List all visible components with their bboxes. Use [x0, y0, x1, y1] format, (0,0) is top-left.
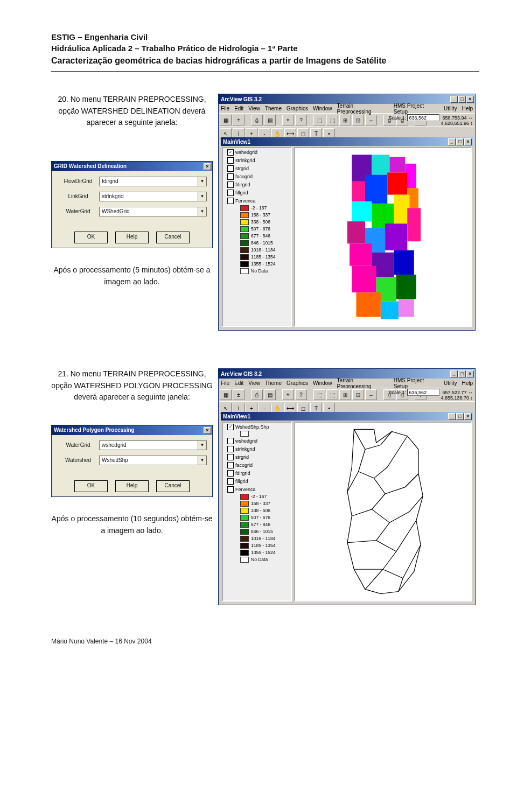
menu-view[interactable]: View — [248, 380, 260, 386]
menu-terrain-preprocessing[interactable]: Terrain Preprocessing — [337, 377, 389, 389]
toolbar-icon[interactable]: ⊞ — [339, 115, 351, 125]
checkbox-icon[interactable] — [227, 478, 234, 485]
chevron-down-icon[interactable]: ▼ — [198, 456, 206, 465]
checkbox-icon[interactable] — [227, 438, 234, 444]
menu-edit[interactable]: Edit — [234, 106, 243, 111]
toolbar-icon[interactable]: ± — [233, 389, 244, 400]
menu-window[interactable]: Window — [313, 106, 332, 111]
watergrid2-combo[interactable]: wshedgrid ▼ — [99, 440, 207, 450]
ok-button[interactable]: OK — [74, 480, 108, 492]
chevron-down-icon[interactable]: ▼ — [198, 441, 206, 450]
menu-edit[interactable]: Edit — [234, 380, 243, 386]
grid-watershed-dialog-title-text: GRID Watershed Delineation — [54, 162, 127, 171]
ok-button[interactable]: OK — [74, 232, 108, 243]
menu-utility[interactable]: Utility — [444, 106, 457, 111]
menu-hms-project-setup[interactable]: HMS Project Setup — [394, 103, 439, 115]
close-icon[interactable]: × — [464, 413, 472, 420]
minimize-icon[interactable]: _ — [448, 138, 456, 145]
cancel-button[interactable]: Cancel — [156, 232, 190, 243]
checkbox-icon[interactable] — [227, 173, 234, 180]
toolbar-icon[interactable]: ⊡ — [352, 115, 364, 125]
menu-file[interactable]: File — [221, 380, 229, 386]
toolbar-icon[interactable]: ⎙ — [251, 115, 263, 125]
cancel-button[interactable]: Cancel — [156, 480, 190, 492]
checkbox-icon[interactable] — [227, 454, 234, 460]
maximize-icon[interactable]: □ — [456, 138, 464, 145]
toc-item-label: facogrid — [235, 463, 253, 468]
checkbox-icon[interactable] — [227, 190, 234, 196]
map-canvas-watershed-grid[interactable] — [294, 147, 472, 327]
arcview-toc[interactable]: ✓WshedShp.Shp wshedgrid strlnkgrid strgr… — [222, 422, 292, 601]
toolbar-icon[interactable]: ⬚ — [313, 115, 325, 125]
checkbox-icon[interactable] — [227, 165, 234, 172]
toolbar-icon[interactable]: ⬚ — [326, 389, 338, 400]
scale-input[interactable] — [407, 389, 439, 396]
checkbox-icon[interactable]: ✓ — [227, 424, 234, 430]
menu-graphics[interactable]: Graphics — [287, 380, 308, 386]
arcview-toc[interactable]: ✓wshedgrid strlnkgrid strgrid facogrid f… — [222, 147, 292, 327]
svg-rect-5 — [365, 175, 387, 204]
section-step-21: 21. No menu TERRAIN PREPROCESSING, opção… — [51, 368, 479, 605]
checkbox-icon[interactable] — [227, 446, 234, 452]
toolbar-icon[interactable]: ? — [295, 115, 307, 125]
checkbox-icon[interactable] — [227, 181, 234, 188]
minimize-icon[interactable]: _ — [450, 370, 458, 377]
watershed-combo[interactable]: WshedShp ▼ — [99, 456, 207, 465]
toolbar-icon[interactable]: ▤ — [264, 115, 276, 125]
close-icon[interactable]: × — [466, 370, 474, 377]
menu-view[interactable]: View — [248, 106, 260, 111]
toolbar-icon[interactable]: ▤ — [264, 389, 276, 400]
scale-input[interactable] — [407, 114, 439, 121]
toolbar-icon[interactable]: ⊡ — [352, 389, 364, 400]
checkbox-icon[interactable] — [227, 470, 234, 477]
toolbar-icon[interactable]: ↔ — [365, 115, 377, 125]
close-icon[interactable]: × — [466, 96, 474, 103]
maximize-icon[interactable]: □ — [458, 96, 466, 103]
menu-help[interactable]: Help — [462, 380, 473, 386]
close-icon[interactable]: × — [204, 427, 211, 434]
menu-help[interactable]: Help — [462, 106, 473, 111]
toolbar-icon[interactable]: ⌖ — [282, 115, 294, 125]
checkbox-icon[interactable] — [227, 198, 234, 204]
menu-hms-project-setup[interactable]: HMS Project Setup — [394, 377, 439, 389]
toc-item-label: strlnkgrid — [235, 158, 255, 163]
flowdirgrid-combo[interactable]: fdirgrid ▼ — [99, 177, 207, 186]
close-icon[interactable]: × — [204, 163, 211, 170]
chevron-down-icon[interactable]: ▼ — [198, 177, 206, 186]
menu-utility[interactable]: Utility — [444, 380, 457, 386]
maximize-icon[interactable]: □ — [458, 370, 466, 377]
minimize-icon[interactable]: _ — [448, 413, 456, 420]
menu-theme[interactable]: Theme — [265, 380, 282, 386]
menu-terrain-preprocessing[interactable]: Terrain Preprocessing — [337, 103, 389, 115]
menu-theme[interactable]: Theme — [265, 106, 282, 111]
watergrid-combo[interactable]: WShedGrid ▼ — [99, 207, 207, 216]
menu-file[interactable]: File — [221, 106, 229, 111]
help-button[interactable]: Help — [115, 232, 149, 243]
toolbar-icon[interactable]: ▦ — [220, 115, 232, 125]
toolbar-icon[interactable]: ⊞ — [339, 389, 351, 400]
toolbar-icon[interactable]: ⬚ — [313, 389, 325, 400]
checkbox-icon[interactable] — [227, 486, 234, 493]
minimize-icon[interactable]: _ — [450, 96, 458, 103]
toolbar-icon[interactable]: ⌖ — [282, 389, 294, 400]
toolbar-icon[interactable]: ▦ — [220, 389, 232, 400]
checkbox-icon[interactable]: ✓ — [227, 149, 234, 156]
checkbox-icon[interactable] — [227, 157, 234, 164]
close-icon[interactable]: × — [464, 138, 472, 145]
menu-window[interactable]: Window — [313, 380, 332, 386]
toolbar-icon[interactable]: ± — [233, 115, 244, 125]
chevron-down-icon[interactable]: ▼ — [198, 192, 206, 201]
checkbox-icon[interactable] — [227, 462, 234, 468]
menu-graphics[interactable]: Graphics — [287, 106, 308, 111]
toolbar-icon[interactable]: ⎙ — [251, 389, 263, 400]
map-canvas-watershed-polygons[interactable] — [294, 422, 472, 601]
toolbar-icon[interactable]: ↔ — [365, 389, 377, 400]
legend-label: 1355 - 1524 — [251, 261, 275, 268]
linkgrid-combo[interactable]: strlnkgrid ▼ — [99, 192, 207, 201]
chevron-down-icon[interactable]: ▼ — [198, 207, 206, 216]
toolbar-icon[interactable]: ⬚ — [326, 115, 338, 125]
help-button[interactable]: Help — [115, 480, 149, 492]
svg-rect-20 — [396, 275, 416, 299]
toolbar-icon[interactable]: ? — [295, 389, 307, 400]
maximize-icon[interactable]: □ — [456, 413, 464, 420]
